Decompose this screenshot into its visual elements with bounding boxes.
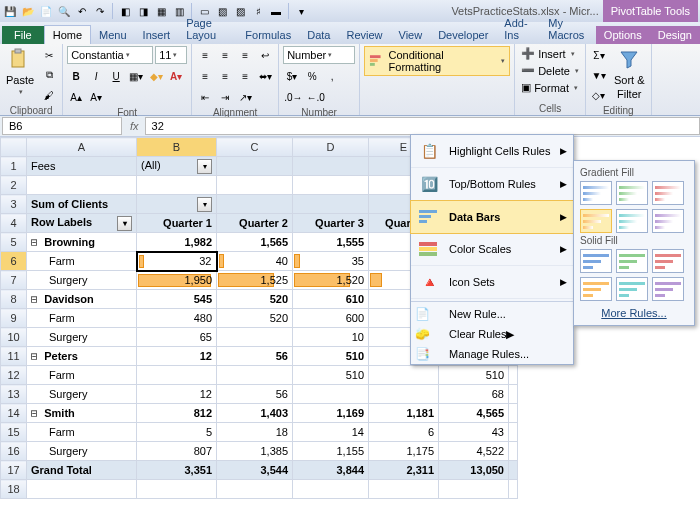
menu-clear-rules[interactable]: 🧽Clear Rules▶ [411,324,573,344]
filter-dropdown-icon[interactable]: ▾ [197,197,212,212]
redo-icon[interactable]: ↷ [92,3,108,19]
decrease-font-icon[interactable]: A▾ [87,88,105,106]
qat-tool-icon[interactable]: ◨ [135,3,151,19]
row-15[interactable]: 15 Farm 51814643 [1,423,518,442]
databar-gradient-green[interactable] [616,181,648,205]
accounting-icon[interactable]: $▾ [283,67,301,85]
autosum-icon[interactable]: Σ▾ [590,46,608,64]
name-box[interactable]: B6 [2,117,122,135]
font-color-button[interactable]: A▾ [167,67,185,85]
formula-input[interactable]: 32 [145,117,700,135]
row-18[interactable]: 18 [1,480,518,499]
print-preview-icon[interactable]: 🔍 [56,3,72,19]
svg-rect-7 [419,220,427,223]
row-17[interactable]: 17 Grand Total 3,3513,5443,8442,31113,05… [1,461,518,480]
align-left-icon[interactable]: ≡ [196,67,214,85]
italic-button[interactable]: I [87,67,105,85]
menu-manage-rules[interactable]: 📑Manage Rules... [411,344,573,364]
menu-color-scales[interactable]: Color Scales▶ [411,233,573,266]
qat-tool-icon[interactable]: ♯ [250,3,266,19]
tab-data[interactable]: Data [299,26,338,44]
cut-icon[interactable]: ✂ [40,46,58,64]
merge-center-icon[interactable]: ⬌▾ [256,67,274,85]
tab-home[interactable]: Home [44,25,91,44]
copy-icon[interactable]: ⧉ [40,66,58,84]
wrap-text-icon[interactable]: ↩ [256,46,274,64]
number-format-combo[interactable]: Number▾ [283,46,355,64]
sort-filter-button[interactable]: Sort & Filter [612,46,647,102]
format-cells-button[interactable]: ▣Format▾ [519,80,580,95]
databar-solid-purple[interactable] [652,277,684,301]
menu-icon-sets[interactable]: 🔺 Icon Sets▶ [411,266,573,299]
tab-addins[interactable]: Add-Ins [496,14,540,44]
tab-insert[interactable]: Insert [135,26,179,44]
filter-dropdown-icon[interactable]: ▾ [117,216,132,231]
tab-formulas[interactable]: Formulas [237,26,299,44]
tab-review[interactable]: Review [338,26,390,44]
databar-gradient-orange[interactable] [580,209,612,233]
databar-solid-cyan[interactable] [616,277,648,301]
align-center-icon[interactable]: ≡ [216,67,234,85]
menu-highlight-cells-rules[interactable]: 📋 Highlight Cells Rules▶ [411,135,573,168]
qat-tool-icon[interactable]: ▬ [268,3,284,19]
align-middle-icon[interactable]: ≡ [216,46,234,64]
new-icon[interactable]: 📄 [38,3,54,19]
decrease-decimal-icon[interactable]: ←.0 [305,88,325,106]
databar-solid-green[interactable] [616,249,648,273]
menu-top-bottom-rules[interactable]: 🔟 Top/Bottom Rules▶ [411,168,573,201]
filter-dropdown-icon[interactable]: ▾ [197,159,212,174]
more-rules-link[interactable]: More Rules... [580,307,688,319]
align-bottom-icon[interactable]: ≡ [236,46,254,64]
bold-button[interactable]: B [67,67,85,85]
tab-pt-design[interactable]: Design [650,26,700,44]
border-button[interactable]: ▦▾ [127,67,145,85]
comma-icon[interactable]: , [323,67,341,85]
increase-font-icon[interactable]: A▴ [67,88,85,106]
open-icon[interactable]: 📂 [20,3,36,19]
orientation-icon[interactable]: ↗▾ [236,88,254,106]
font-name-combo[interactable]: Constantia▾ [67,46,153,64]
underline-button[interactable]: U [107,67,125,85]
align-top-icon[interactable]: ≡ [196,46,214,64]
delete-cells-button[interactable]: ➖Delete▾ [519,63,581,78]
databar-gradient-purple[interactable] [652,209,684,233]
fill-color-button[interactable]: ◆▾ [147,67,165,85]
format-painter-icon[interactable]: 🖌 [40,86,58,104]
databar-gradient-cyan[interactable] [616,209,648,233]
conditional-formatting-button[interactable]: Conditional Formatting ▾ [364,46,510,76]
databar-solid-orange[interactable] [580,277,612,301]
tab-pt-options[interactable]: Options [596,26,650,44]
tab-developer[interactable]: Developer [430,26,496,44]
save-icon[interactable]: 💾 [2,3,18,19]
menu-new-rule[interactable]: 📄New Rule... [411,304,573,324]
fill-icon[interactable]: ▼▾ [590,66,608,84]
databar-solid-blue[interactable] [580,249,612,273]
row-16[interactable]: 16 Surgery 8071,3851,1551,1754,522 [1,442,518,461]
insert-cells-button[interactable]: ➕Insert▾ [519,46,577,61]
clear-icon[interactable]: ◇▾ [590,86,608,104]
tab-view[interactable]: View [391,26,431,44]
decrease-indent-icon[interactable]: ⇤ [196,88,214,106]
qat-tool-icon[interactable]: ▦ [153,3,169,19]
databar-solid-red[interactable] [652,249,684,273]
qat-more-icon[interactable]: ▾ [293,3,309,19]
row-14[interactable]: 14 ⊟ Smith 8121,4031,1691,1814,565 [1,404,518,423]
undo-icon[interactable]: ↶ [74,3,90,19]
fx-icon[interactable]: fx [124,120,145,132]
row-12[interactable]: 12 Farm 510510 [1,366,518,385]
increase-decimal-icon[interactable]: .0→ [283,88,303,106]
qat-tool-icon[interactable]: ◧ [117,3,133,19]
increase-indent-icon[interactable]: ⇥ [216,88,234,106]
tab-mymacros[interactable]: My Macros [540,14,596,44]
databar-gradient-red[interactable] [652,181,684,205]
tab-page-layout[interactable]: Page Layou [178,14,237,44]
tab-menu[interactable]: Menu [91,26,135,44]
databar-gradient-blue[interactable] [580,181,612,205]
tab-file[interactable]: File [2,26,44,44]
font-size-combo[interactable]: 11▾ [155,46,187,64]
row-13[interactable]: 13 Surgery 125668 [1,385,518,404]
paste-button[interactable]: Paste ▾ [4,46,36,98]
percent-icon[interactable]: % [303,67,321,85]
menu-data-bars[interactable]: Data Bars▶ [410,200,574,234]
align-right-icon[interactable]: ≡ [236,67,254,85]
